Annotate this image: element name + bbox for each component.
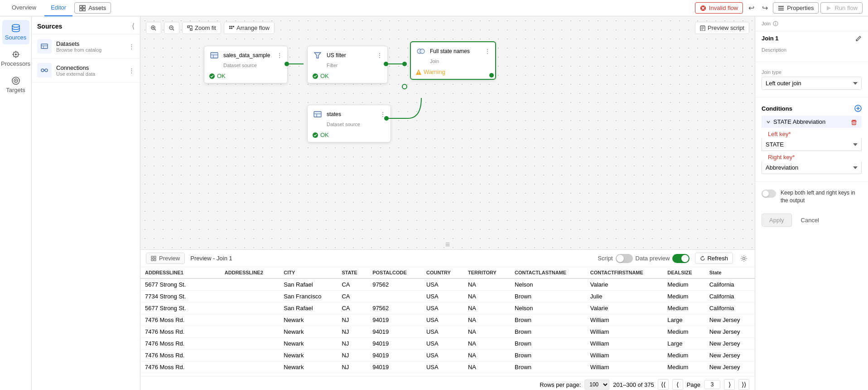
settings-button[interactable] [738,253,749,264]
connections-text: Connections Use external data [56,64,124,77]
table-cell: Medium [663,361,705,373]
node-states[interactable]: states ⋮ Dataset source OK [307,105,391,142]
node-sales-data[interactable]: sales_data_sample ⋮ Dataset source OK [204,46,288,83]
right-key-label: Right key* [762,151,862,161]
table-cell: NJ [337,361,368,373]
properties-button[interactable]: Properties [773,2,819,14]
resize-handle[interactable]: ≡ [445,240,450,249]
last-page-button[interactable]: ⟩⟩ [738,379,749,390]
table-cell: Newark [279,314,337,326]
canvas-toolbar: Zoom fit Arrange flow [146,22,275,34]
data-preview-toggle[interactable] [672,254,690,263]
arrange-flow-button[interactable]: Arrange flow [224,22,275,34]
cancel-button[interactable]: Cancel [796,214,825,227]
table-cell: USA [422,350,463,361]
left-sidebar: Sources Processors Targets [0,16,32,390]
table-cell: New Jersey [705,350,755,361]
condition-block: STATE Abbreviation Left key* STATE [755,116,868,178]
node-subtitle: Filter [322,63,387,71]
tab-assets[interactable]: Assets [74,2,111,14]
table-cell: USA [422,291,463,302]
table-cell: 7476 Moss Rd. [140,314,220,326]
table-cell: Newark [279,361,337,373]
source-item-datasets[interactable]: Datasets Browse from catalog ⋮ [32,34,140,58]
preview-script-button[interactable]: Preview script [695,22,749,34]
sidebar-item-processors[interactable]: Processors [2,46,29,71]
sidebar-item-targets[interactable]: Targets [2,73,29,97]
run-flow-button[interactable]: Run flow [820,2,863,14]
delete-condition-button[interactable] [851,119,857,125]
tab-editor[interactable]: Editor [44,0,72,16]
script-toggle[interactable] [616,254,633,263]
table-cell: San Francisco [279,291,337,302]
edit-icon[interactable] [855,35,862,42]
connections-more-button[interactable]: ⋮ [129,67,135,74]
refresh-button[interactable]: Refresh [695,253,733,264]
prev-page-button[interactable]: ⟨ [672,379,683,390]
redo-button[interactable]: ↪ [758,2,771,15]
datasets-more-button[interactable]: ⋮ [129,43,135,50]
left-key-select[interactable]: STATE [762,138,862,151]
node-us-filter[interactable]: US filter ⋮ Filter OK [307,46,388,83]
undo-button[interactable]: ↩ [745,2,757,15]
data-table-container[interactable]: ADDRESSLINE1 ADDRESSLINE2 CITY STATE POS… [140,267,755,376]
table-cell: Medium [663,278,705,291]
node-menu-button[interactable]: ⋮ [276,52,283,59]
first-page-button[interactable]: ⟨⟨ [658,379,669,390]
table-cell: CA [337,278,368,291]
table-cell: NJ [337,326,368,338]
col-state: STATE [337,267,368,278]
chevron-down-icon[interactable] [766,120,771,124]
next-page-button[interactable]: ⟩ [724,379,735,390]
tab-overview[interactable]: Overview [5,0,43,16]
node-status: OK [308,71,387,83]
node-menu-button[interactable]: ⋮ [376,52,383,59]
svg-rect-38 [229,26,231,27]
table-row: 7734 Strong St.San FranciscoCAUSANABrown… [140,291,755,302]
table-cell: NA [463,291,510,302]
sidebar-item-sources[interactable]: Sources [2,20,29,44]
svg-rect-7 [778,6,784,7]
source-item-connections[interactable]: Connections Use external data ⋮ [32,58,140,83]
condition-block-header: STATE Abbreviation [762,116,862,128]
sources-panel-header: Sources ⟨ [32,16,140,34]
canvas-area[interactable]: Zoom fit Arrange flow Preview s [140,16,755,390]
node-menu-button[interactable]: ⋮ [380,111,386,118]
condition-header-left: STATE Abbreviation [766,118,825,125]
node-menu-button[interactable]: ⋮ [484,48,491,55]
svg-point-72 [743,257,745,259]
join-node-icon [415,46,426,57]
table-cell: Brown [510,338,586,350]
table-cell: USA [422,314,463,326]
add-condition-button[interactable] [854,105,862,112]
zoom-out-button[interactable] [164,22,179,34]
node-status: OK [308,130,391,142]
assets-icon [79,5,86,11]
right-key-select[interactable]: Abbreviation [762,161,862,174]
node-full-state-names[interactable]: Full state names ⋮ Join Warning [410,41,496,80]
rows-per-page-select[interactable]: 100 50 200 [584,380,609,390]
zoom-in-button[interactable] [146,22,161,34]
data-table: ADDRESSLINE1 ADDRESSLINE2 CITY STATE POS… [140,267,755,376]
table-cell: Newark [279,350,337,361]
invalid-flow-button[interactable]: Invalid flow [695,2,743,14]
pagination-info: 201–300 of 375 [613,381,654,388]
table-cell: Brown [510,361,586,373]
table-cell: NA [463,361,510,373]
table-cell: Newark [279,338,337,350]
svg-point-48 [402,84,407,89]
page-input[interactable] [704,380,720,389]
zoom-fit-button[interactable]: Zoom fit [182,22,221,34]
keep-both-toggle[interactable] [762,190,776,198]
table-cell: San Rafael [279,278,337,291]
refresh-icon [700,256,705,261]
apply-button[interactable]: Apply [762,214,792,227]
join-type-select[interactable]: Inner join Left outer join Right outer j… [762,77,862,90]
sources-collapse-button[interactable]: ⟨ [132,22,135,30]
preview-tab[interactable]: Preview [146,253,185,264]
table-row: 7476 Moss Rd.NewarkNJ94019USANABrownWill… [140,338,755,350]
node-title: Full state names [430,48,481,54]
join-type-label: Join type [762,69,862,75]
dataset-node-icon [209,50,220,61]
bottom-preview-panel: Preview Preview - Join 1 Script Data pre… [140,249,755,390]
